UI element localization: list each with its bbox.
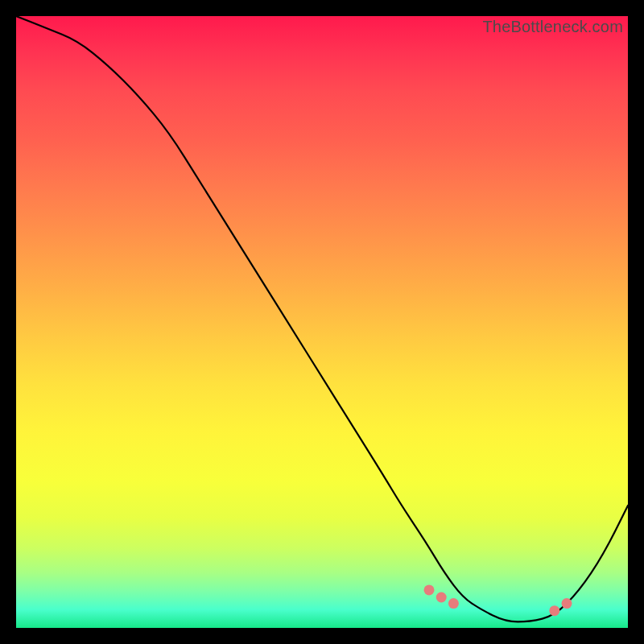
optimum-dot bbox=[549, 605, 559, 616]
optimum-dot bbox=[562, 598, 572, 609]
optimum-markers bbox=[424, 584, 572, 617]
chart-frame: TheBottleneck.com bbox=[0, 0, 644, 644]
watermark-text: TheBottleneck.com bbox=[482, 18, 623, 36]
optimum-range-pill bbox=[469, 616, 542, 617]
bottleneck-curve bbox=[16, 16, 628, 621]
bottleneck-curve-svg bbox=[16, 16, 628, 628]
optimum-dot bbox=[436, 592, 447, 603]
plot-area: TheBottleneck.com bbox=[16, 16, 628, 628]
optimum-dot bbox=[448, 598, 459, 609]
optimum-dot bbox=[424, 584, 435, 595]
